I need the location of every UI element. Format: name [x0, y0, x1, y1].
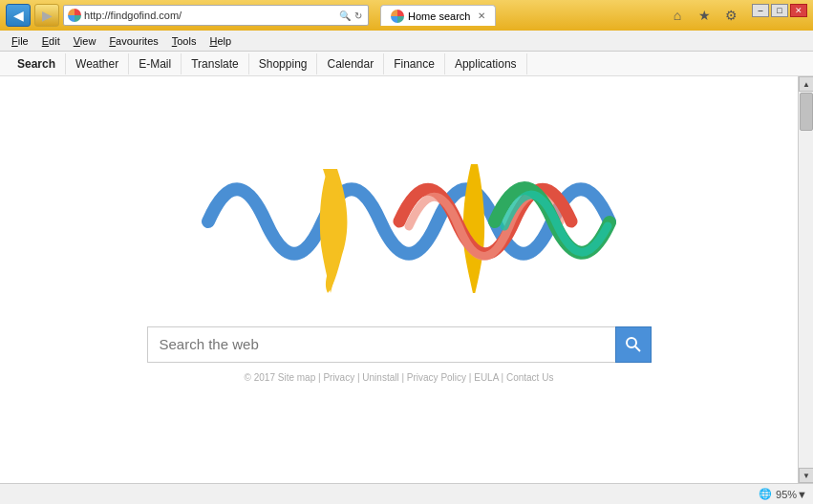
page-content: © 2017 Site map | Privacy | Uninstall | …	[0, 76, 798, 483]
site-logo	[180, 150, 619, 293]
nav-tab-shopping[interactable]: Shopping	[249, 53, 318, 74]
search-input[interactable]	[147, 326, 615, 363]
search-address-icon: 🔍	[339, 10, 351, 21]
title-bar: ◀ ▶ http://findgofind.com/ 🔍 ↻ Home sear…	[0, 0, 813, 31]
status-right: 🌐 95% ▼	[759, 488, 807, 500]
title-bar-left: ◀ ▶ http://findgofind.com/ 🔍 ↻ Home sear…	[6, 4, 496, 27]
home-button[interactable]: ⌂	[666, 4, 689, 27]
status-bar: 🌐 95% ▼	[0, 483, 813, 504]
scrollbar-thumb[interactable]	[800, 93, 813, 131]
nav-tabs: Search Weather E-Mail Translate Shopping…	[0, 52, 813, 76]
logo-container	[160, 136, 638, 307]
globe-icon: 🌐	[759, 488, 772, 500]
scrollbar: ▲ ▼	[798, 76, 813, 483]
settings-button[interactable]: ⚙	[719, 4, 742, 27]
nav-tab-search[interactable]: Search	[8, 53, 66, 74]
nav-tab-finance[interactable]: Finance	[384, 53, 445, 74]
nav-tab-applications[interactable]: Applications	[445, 53, 527, 74]
browser-tab[interactable]: Home search ✕	[380, 5, 496, 26]
svg-point-0	[627, 338, 636, 347]
menu-bar: File Edit View Favourites Tools Help	[0, 31, 813, 52]
scrollbar-up-arrow[interactable]: ▲	[799, 76, 813, 92]
menu-favourites[interactable]: Favourites	[103, 33, 163, 49]
zoom-level: 95%	[776, 489, 797, 500]
close-button[interactable]: ✕	[790, 4, 807, 17]
tab-title: Home search	[408, 10, 470, 22]
search-submit-button[interactable]	[615, 326, 652, 363]
zoom-indicator[interactable]: 95% ▼	[776, 489, 807, 500]
tab-favicon	[391, 10, 404, 23]
tab-close-button[interactable]: ✕	[478, 10, 485, 21]
footer-text: © 2017 Site map | Privacy | Uninstall | …	[0, 363, 798, 387]
refresh-icon[interactable]: ↻	[354, 10, 362, 21]
nav-tab-weather[interactable]: Weather	[66, 53, 129, 74]
menu-help[interactable]: Help	[203, 33, 237, 49]
maximize-button[interactable]: □	[771, 4, 788, 17]
toolbar-icons: ⌂ ★ ⚙	[666, 4, 742, 27]
menu-file[interactable]: File	[6, 33, 34, 49]
scrollbar-down-arrow[interactable]: ▼	[799, 468, 813, 483]
menu-edit[interactable]: Edit	[36, 33, 66, 49]
minimize-button[interactable]: –	[752, 4, 769, 17]
nav-tab-email[interactable]: E-Mail	[129, 53, 182, 74]
back-button[interactable]: ◀	[6, 4, 31, 27]
forward-button[interactable]: ▶	[34, 4, 59, 27]
zoom-dropdown-icon[interactable]: ▼	[797, 489, 807, 500]
svg-line-1	[635, 346, 640, 351]
address-bar[interactable]: http://findgofind.com/ 🔍 ↻	[63, 5, 369, 26]
browser-content-wrapper: © 2017 Site map | Privacy | Uninstall | …	[0, 76, 813, 483]
tab-area: Home search ✕	[380, 5, 496, 26]
scrollbar-track[interactable]	[799, 92, 813, 468]
nav-tab-calendar[interactable]: Calendar	[317, 53, 384, 74]
menu-view[interactable]: View	[68, 33, 102, 49]
url-text: http://findgofind.com/	[84, 10, 337, 21]
title-bar-right: ⌂ ★ ⚙ – □ ✕	[666, 4, 807, 27]
favicon-icon	[68, 9, 81, 22]
favorites-button[interactable]: ★	[693, 4, 716, 27]
nav-tab-translate[interactable]: Translate	[182, 53, 249, 74]
search-container	[147, 326, 652, 363]
search-icon	[625, 336, 642, 353]
menu-tools[interactable]: Tools	[166, 33, 203, 49]
